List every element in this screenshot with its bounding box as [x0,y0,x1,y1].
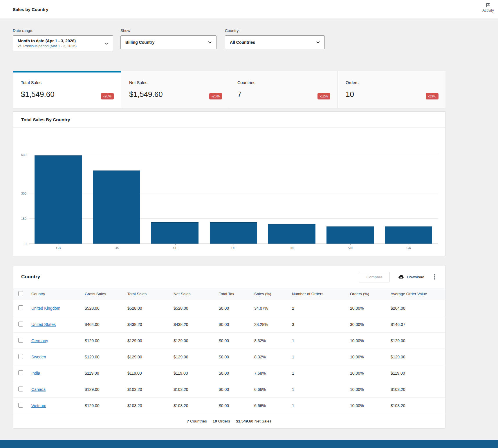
plot-area: GBUSSEDEINVNCA [29,155,438,244]
row-checkbox[interactable] [18,305,23,310]
bottom-bar [0,440,498,448]
gridline [29,193,438,193]
table-cell: 1 [292,355,350,359]
tile-label: Countries [237,80,330,85]
summary-orders-label: Orders [218,419,230,423]
table-cell: 34.07% [254,306,292,311]
table-cell: $103.20 [391,403,445,408]
column-header: Number of Orders [292,292,350,296]
activity-button[interactable]: Activity [479,3,497,12]
tile-value: 10 [346,90,439,99]
download-button[interactable]: Download [398,274,424,280]
table-cell: $129.00 [85,387,127,392]
table-cell: $129.00 [85,403,127,408]
tile-net-sales[interactable]: Net Sales $1,549.60 -26% [121,71,229,108]
row-checkbox[interactable] [18,387,23,391]
tile-orders[interactable]: Orders 10 -23% [338,71,445,108]
tile-value: $1,549.60 [129,90,222,99]
chevron-down-icon [208,40,212,45]
table-row: United Kingdom$528.00$528.00$528.00$0.00… [13,300,445,316]
x-axis-tick [175,244,176,245]
gridline [29,218,438,219]
tile-label: Net Sales [129,80,222,85]
y-axis-tick-label: 300 [13,192,26,195]
table-cell: $119.00 [85,371,127,376]
bar-chart: GBUSSEDEINVNCA 0150300530 [13,128,445,256]
row-checkbox[interactable] [18,354,23,359]
tile-total-sales[interactable]: Total Sales $1,549.60 -26% [13,71,121,108]
summary-tiles: Total Sales $1,549.60 -26% Net Sales $1,… [13,71,445,108]
show-value: Billing Country [125,40,205,45]
download-label: Download [407,275,424,279]
table-cell: $129.00 [174,338,219,343]
table-cell: 7.68% [254,371,292,376]
table-cell: 6.66% [254,403,292,408]
table-cell: $103.20 [127,403,174,408]
tile-countries[interactable]: Countries 7 -12% [229,71,338,108]
table-cell: 2 [292,306,350,311]
x-axis-tick-label: CA [407,246,411,250]
country-link[interactable]: Germany [31,338,48,343]
trend-badge: -23% [426,93,439,99]
row-checkbox[interactable] [18,338,23,343]
row-checkbox[interactable] [18,403,23,408]
x-axis-tick-label: US [115,246,119,250]
table-cell: $129.00 [127,355,174,359]
tile-value: $1,549.60 [21,90,114,99]
show-dropdown[interactable]: Billing Country [120,35,216,49]
show-label: Show: [120,28,216,33]
country-link[interactable]: United Kingdom [31,306,60,311]
table-cell: $464.00 [85,322,127,327]
chevron-down-icon [104,41,109,46]
country-link[interactable]: Sweden [31,355,46,359]
column-header: Sales (%) [254,292,292,296]
bar-CA[interactable] [385,226,432,244]
bar-DE[interactable] [210,222,257,244]
table-cell: 10.00% [350,403,391,408]
country-link[interactable]: United States [31,322,56,327]
compare-button[interactable]: Compare [359,272,390,282]
country-label: Country: [225,28,325,33]
table-cell: $438.20 [127,322,174,327]
row-checkbox[interactable] [18,322,23,327]
bar-IN[interactable] [268,224,315,244]
more-options-button[interactable] [432,273,437,281]
country-link[interactable]: Vietnam [31,403,46,408]
select-all-checkbox[interactable] [18,291,23,296]
bar-US[interactable] [93,171,140,244]
bar-SE[interactable] [151,222,199,244]
column-header: Orders (%) [350,292,391,296]
column-header: Average Order Value [391,292,445,296]
country-link[interactable]: India [31,371,40,376]
country-dropdown[interactable]: All Countries [225,35,325,49]
x-axis-tick-label: VN [348,246,353,250]
x-axis-tick-label: DE [231,246,236,250]
table-cell: 8.32% [254,338,292,343]
table-row: Germany$129.00$129.00$129.00$0.008.32%11… [13,333,445,349]
table-cell: $0.00 [219,338,254,343]
table-cell: $146.07 [391,322,445,327]
table-header-row: CountryGross SalesTotal SalesNet SalesTo… [13,288,445,300]
table-cell: $119.00 [127,371,174,376]
column-header: Country [31,292,85,296]
country-link[interactable]: Canada [31,387,46,392]
tile-label: Orders [346,80,439,85]
table-cell: $103.20 [127,387,174,392]
trend-badge: -26% [101,93,114,99]
table-cell: $264.00 [391,306,445,311]
table-cell: $528.00 [127,306,174,311]
table-cell: 10.00% [350,355,391,359]
date-range-dropdown[interactable]: Month to date (Apr 1 - 3, 2026) vs. Prev… [13,35,113,51]
column-header: Total Sales [127,292,174,296]
table-row: India$119.00$119.00$119.00$0.007.68%110.… [13,365,445,381]
table-cell: $129.00 [127,338,174,343]
table-cell: 1 [292,403,350,408]
bar-VN[interactable] [326,226,374,244]
x-axis-tick-label: IN [290,246,294,250]
bar-GB[interactable] [35,155,82,244]
table-cell: 10.00% [350,387,391,392]
row-checkbox[interactable] [18,370,23,375]
table-cell: $0.00 [219,322,254,327]
y-axis-tick-label: 0 [13,242,26,246]
summary-countries-label: Countries [190,419,207,423]
